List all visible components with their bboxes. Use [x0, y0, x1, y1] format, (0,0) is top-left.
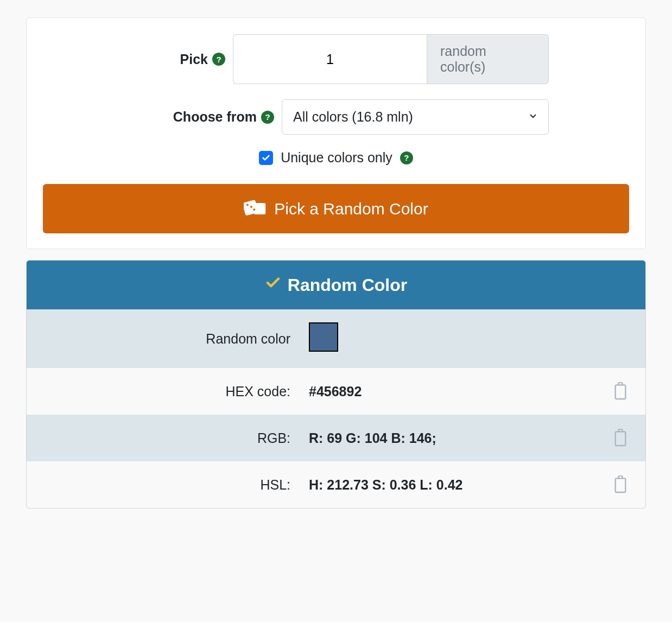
table-row: HSL: H: 212.73 S: 0.36 L: 0.42	[27, 461, 645, 508]
unique-row: Unique colors only ?	[43, 150, 629, 166]
pick-suffix-label: random color(s)	[427, 34, 549, 84]
choose-row: Choose from ? All colors (16.8 mln)	[43, 99, 629, 135]
help-icon[interactable]: ?	[261, 111, 274, 124]
svg-rect-1	[255, 203, 266, 214]
pick-input-group: random color(s)	[233, 34, 549, 84]
svg-point-4	[253, 208, 256, 211]
dice-icon	[244, 197, 267, 220]
copy-button[interactable]	[612, 428, 629, 448]
pick-label-col: Pick ?	[43, 52, 233, 67]
pick-label: Pick	[180, 52, 208, 67]
choose-from-select[interactable]: All colors (16.8 mln)	[282, 99, 549, 135]
choose-select-wrap: All colors (16.8 mln)	[282, 99, 549, 135]
result-card: Random Color Random color HEX code: #456…	[26, 260, 646, 509]
svg-rect-7	[616, 478, 626, 492]
table-row: HEX code: #456892	[27, 368, 645, 415]
result-header-title: Random Color	[288, 275, 407, 295]
pick-row: Pick ? random color(s)	[43, 34, 629, 84]
unique-checkbox[interactable]	[259, 151, 273, 165]
svg-point-2	[246, 204, 249, 206]
hex-value: #456892	[309, 384, 612, 399]
copy-button[interactable]	[612, 474, 629, 495]
hsl-value: H: 212.73 S: 0.36 L: 0.42	[309, 477, 612, 493]
choose-label: Choose from	[173, 109, 257, 125]
swatch-label: Random color	[43, 331, 309, 347]
hsl-label: HSL:	[43, 477, 309, 493]
svg-rect-6	[616, 431, 626, 446]
rgb-value: R: 69 G: 104 B: 146;	[309, 430, 612, 446]
swatch-row: Random color	[27, 309, 645, 368]
check-icon	[265, 275, 281, 295]
svg-rect-5	[616, 385, 626, 399]
pick-random-color-button[interactable]: Pick a Random Color	[43, 184, 629, 233]
svg-point-3	[250, 206, 252, 208]
help-icon[interactable]: ?	[400, 151, 413, 164]
rgb-label: RGB:	[43, 430, 309, 446]
color-swatch	[309, 322, 338, 352]
hex-label: HEX code:	[43, 384, 309, 399]
swatch-value	[309, 322, 629, 355]
result-header: Random Color	[27, 261, 645, 309]
pick-count-input[interactable]	[233, 34, 427, 84]
choose-label-col: Choose from ?	[43, 109, 282, 125]
copy-button[interactable]	[612, 381, 629, 402]
help-icon[interactable]: ?	[212, 53, 225, 66]
settings-card: Pick ? random color(s) Choose from ? All…	[26, 17, 646, 249]
pick-button-label: Pick a Random Color	[274, 200, 428, 218]
unique-label: Unique colors only	[281, 150, 392, 166]
table-row: RGB: R: 69 G: 104 B: 146;	[27, 415, 645, 461]
